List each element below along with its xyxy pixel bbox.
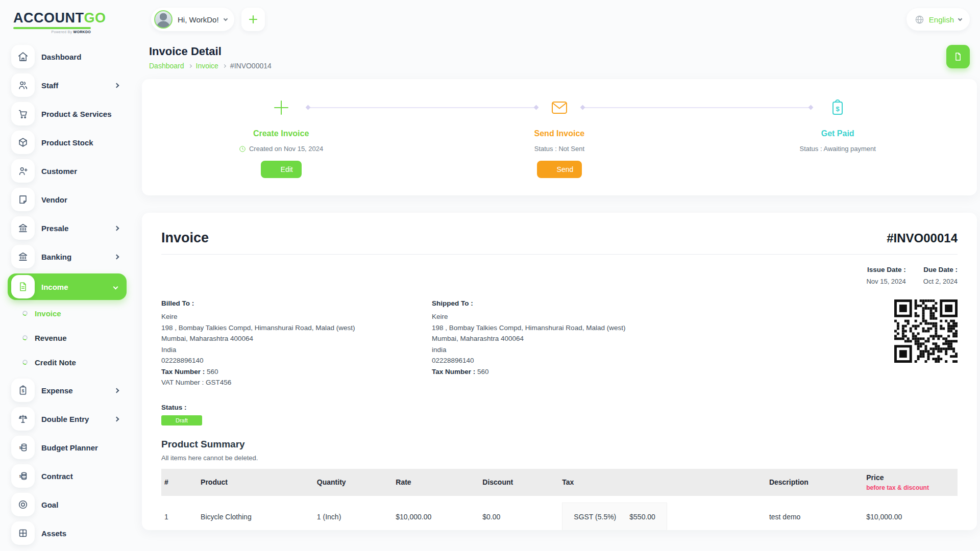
page-header: Invoice Detail Dashboard Invoice #INVO00… [142, 45, 977, 70]
sidebar-subitem-revenue[interactable]: Revenue [22, 330, 135, 346]
step-status: Status : Awaiting payment [699, 145, 977, 153]
sidebar-item-vendor[interactable]: Vendor [11, 188, 126, 211]
chevron-right-icon [114, 83, 119, 88]
chevron-down-icon [958, 16, 962, 20]
price-note: before tax & discount [866, 484, 952, 491]
sidebar-subitem-invoice[interactable]: Invoice [22, 305, 135, 321]
clipboard-dollar-icon: $ [699, 96, 977, 119]
table-header-row: # Product Quantity Rate Discount Tax Des… [161, 469, 958, 496]
chevron-right-icon [114, 388, 119, 393]
target-icon [11, 493, 35, 516]
envelope-icon [420, 96, 698, 119]
avatar [154, 10, 173, 29]
quick-add-button[interactable] [241, 8, 265, 31]
step-title: Get Paid [699, 129, 977, 138]
grid-icon [11, 521, 35, 545]
sidebar-nav: Dashboard Staff Product & Services Produ… [0, 45, 135, 545]
document-dollar-icon: $ [11, 464, 35, 488]
file-icon [11, 275, 35, 298]
sidebar: ACCOUNTGO Powered By WORKDO Dashboard St… [0, 0, 135, 551]
sidebar-item-double-entry[interactable]: Double Entry [11, 407, 126, 431]
user-greeting: Hi, WorkDo! [178, 15, 219, 24]
pencil-icon [270, 166, 277, 173]
app-root: ACCOUNTGO Powered By WORKDO Dashboard St… [0, 0, 980, 551]
step-create-invoice: Create Invoice Created on Nov 15, 2024 E… [142, 96, 420, 195]
sidebar-item-presale[interactable]: Presale [11, 216, 126, 240]
users-icon [11, 73, 35, 97]
bank-icon [11, 245, 35, 268]
globe-icon [915, 15, 924, 24]
bank-icon [11, 216, 35, 240]
sidebar-item-dashboard[interactable]: Dashboard [11, 45, 126, 68]
invoice-progress-card: Create Invoice Created on Nov 15, 2024 E… [142, 79, 977, 195]
svg-text:$: $ [836, 105, 840, 113]
scale-icon [11, 407, 35, 431]
sidebar-item-income[interactable]: Income [8, 273, 127, 300]
send-invoice-button[interactable]: Send [537, 161, 582, 178]
chevron-right-icon [223, 64, 226, 67]
tax-chip: SGST (5.5%) $550.00 [562, 503, 667, 531]
brand-logo[interactable]: ACCOUNTGO Powered By WORKDO [0, 6, 135, 34]
brand-name: ACCOUNTGO [13, 10, 135, 26]
sidebar-item-assets[interactable]: Assets [11, 521, 126, 545]
chevron-right-icon [114, 226, 119, 231]
step-send-invoice: Send Invoice Status : Not Sent Send [420, 96, 698, 195]
clock-icon [239, 145, 246, 153]
svg-text:$: $ [22, 389, 24, 393]
sidebar-item-budget-planner[interactable]: $ Budget Planner [11, 436, 126, 459]
sidebar-item-goal[interactable]: Goal [11, 493, 126, 516]
paper-plane-icon [546, 166, 553, 173]
shipped-to-block: Shipped To : Keire 198 , Bombay Talkies … [432, 299, 702, 388]
language-selector[interactable]: English [906, 8, 970, 31]
sidebar-subitem-credit-note[interactable]: Credit Note [22, 354, 135, 370]
sidebar-item-customer[interactable]: Customer [11, 159, 126, 183]
sidebar-item-staff[interactable]: Staff [11, 73, 126, 97]
note-icon [11, 188, 35, 211]
sidebar-item-product-services[interactable]: Product & Services [11, 102, 126, 126]
ring-icon [22, 335, 28, 341]
main-content: Hi, WorkDo! English Invoice Detail Dashb… [135, 0, 980, 551]
step-title: Send Invoice [420, 129, 698, 138]
breadcrumb-invoice[interactable]: Invoice [196, 62, 218, 70]
product-summary-note: All items here cannot be deleted. [161, 454, 958, 462]
invoice-number: #INVO00014 [887, 231, 958, 245]
step-status: Created on Nov 15, 2024 [142, 145, 420, 153]
col-discount: Discount [477, 469, 557, 496]
plus-icon [142, 96, 420, 119]
cart-icon [11, 102, 35, 126]
svg-text:$: $ [19, 474, 22, 479]
user-menu[interactable]: Hi, WorkDo! [151, 8, 234, 31]
user-plus-icon [11, 159, 35, 183]
col-description: Description [764, 469, 861, 496]
sidebar-item-banking[interactable]: Banking [11, 245, 126, 268]
billed-to-block: Billed To : Keire 198 , Bombay Talkies C… [161, 299, 432, 388]
breadcrumb-dashboard[interactable]: Dashboard [149, 62, 184, 70]
sidebar-item-contract[interactable]: $ Contract [11, 464, 126, 488]
chevron-right-icon [114, 416, 119, 421]
col-price: Price before tax & discount [861, 469, 958, 496]
page-title: Invoice Detail [149, 45, 272, 58]
chevron-right-icon [114, 254, 119, 259]
sidebar-item-product-stock[interactable]: Product Stock [11, 131, 126, 154]
document-icon [953, 52, 963, 62]
step-title: Create Invoice [142, 129, 420, 138]
col-quantity: Quantity [312, 469, 390, 496]
edit-invoice-button[interactable]: Edit [261, 161, 302, 178]
product-summary-table: # Product Quantity Rate Discount Tax Des… [161, 469, 958, 531]
divider [161, 254, 958, 255]
step-get-paid: $ Get Paid Status : Awaiting payment [699, 96, 977, 195]
col-num: # [161, 469, 195, 496]
due-date: Due Date : Oct 2, 2024 [923, 266, 958, 285]
export-document-button[interactable] [946, 45, 970, 68]
col-tax: Tax [557, 469, 764, 496]
cube-icon [11, 131, 35, 154]
coins-icon: $ [11, 436, 35, 459]
col-product: Product [195, 469, 312, 496]
product-summary-title: Product Summary [161, 439, 958, 450]
invoice-heading: Invoice [161, 230, 209, 246]
sidebar-item-expense[interactable]: $ Expense [11, 379, 126, 402]
invoice-detail-card: Invoice #INVO00014 Issue Date : Nov 15, … [142, 213, 977, 530]
chevron-down-icon [223, 16, 227, 20]
issue-date: Issue Date : Nov 15, 2024 [866, 266, 905, 285]
plus-icon [249, 15, 258, 24]
